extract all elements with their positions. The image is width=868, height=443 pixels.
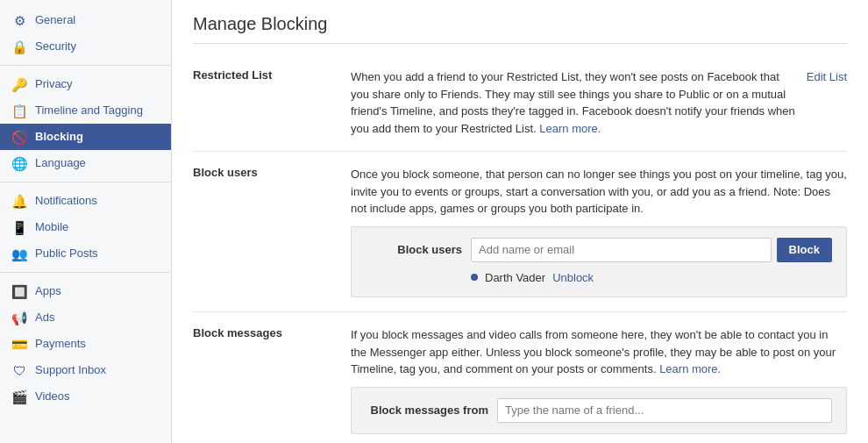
language-icon: 🌐 [11,154,28,172]
sidebar-label-apps: Apps [35,283,61,299]
sidebar-item-videos[interactable]: 🎬Videos [0,383,171,410]
sidebar-label-public-posts: Public Posts [35,246,98,261]
sidebar-item-notifications[interactable]: 🔔Notifications [0,188,171,214]
section-label-restricted-list: Restricted List [193,68,351,137]
section-block-messages: Block messagesIf you block messages and … [193,312,847,443]
section-block-users: Block usersOnce you block someone, that … [193,152,847,312]
notifications-icon: 🔔 [11,192,28,210]
learn-more-link-restricted-list[interactable]: Learn more. [539,122,601,135]
section-text-block-messages: If you block messages and video calls fr… [351,326,847,378]
timeline-tagging-icon: 📋 [11,102,28,119]
sidebar-label-blocking: Blocking [35,129,83,145]
section-header-row-restricted-list: When you add a friend to your Restricted… [351,68,847,137]
section-label-block-messages: Block messages [193,326,351,434]
section-content-block-users: Once you block someone, that person can … [351,166,847,297]
blocked-user-bullet [471,274,478,281]
sidebar-divider-3 [0,272,171,273]
sidebar-label-mobile: Mobile [35,219,68,235]
section-text-restricted-list: When you add a friend to your Restricted… [351,68,796,137]
block-messages-form-row: Block messages from [366,398,832,423]
sidebar-label-language: Language [35,155,86,171]
block-messages-label: Block messages from [366,402,488,419]
sidebar: ⚙General🔒Security🔑Privacy📋Timeline and T… [0,0,172,443]
block-users-form-label: Block users [366,241,462,259]
blocking-icon: 🚫 [11,128,28,146]
sidebar-item-payments[interactable]: 💳Payments [0,331,171,357]
edit-link-restricted-list[interactable]: Edit List [807,68,847,86]
block-users-button[interactable]: Block [777,238,832,262]
sidebar-divider-2 [0,182,171,182]
block-messages-input[interactable] [497,398,832,423]
sidebar-label-general: General [35,12,75,28]
unblock-link[interactable]: Unblock [552,269,594,287]
sidebar-item-apps[interactable]: 🔲Apps [0,278,171,304]
sidebar-item-mobile[interactable]: 📱Mobile [0,214,171,240]
blocked-user-row: Darth VaderUnblock [471,269,832,287]
blocked-user-name: Darth Vader [485,269,545,287]
mobile-icon: 📱 [11,218,28,236]
security-icon: 🔒 [11,38,28,55]
sidebar-label-payments: Payments [35,336,86,352]
block-users-input[interactable] [471,238,772,262]
sidebar-label-notifications: Notifications [35,193,97,209]
block-users-form-row: Block usersBlock [366,238,832,262]
sidebar-item-public-posts[interactable]: 👥Public Posts [0,240,171,267]
learn-more-link-block-messages[interactable]: Learn more. [659,362,721,375]
sidebar-item-privacy[interactable]: 🔑Privacy [0,71,171,97]
sidebar-label-videos: Videos [35,389,70,404]
sidebar-label-ads: Ads [35,310,54,325]
sidebar-label-security: Security [35,39,76,54]
block-users-form: Block usersBlockDarth VaderUnblock [351,226,847,298]
sidebar-label-support-inbox: Support Inbox [35,362,106,378]
general-icon: ⚙ [11,11,28,29]
sidebar-item-general[interactable]: ⚙General [0,7,171,33]
sidebar-label-privacy: Privacy [35,76,73,92]
sidebar-item-blocking[interactable]: 🚫Blocking [0,124,171,150]
page-title: Manage Blocking [193,14,847,44]
section-label-block-users: Block users [193,166,351,297]
payments-icon: 💳 [11,335,28,353]
videos-icon: 🎬 [11,388,28,405]
sidebar-item-ads[interactable]: 📢Ads [0,304,171,331]
public-posts-icon: 👥 [11,245,28,262]
section-content-block-messages: If you block messages and video calls fr… [351,326,847,434]
sidebar-item-support-inbox[interactable]: 🛡Support Inbox [0,357,171,383]
sidebar-divider-1 [0,65,171,66]
sections-container: Restricted ListWhen you add a friend to … [193,54,847,443]
sidebar-item-security[interactable]: 🔒Security [0,33,171,60]
sidebar-item-language[interactable]: 🌐Language [0,150,171,176]
section-restricted-list: Restricted ListWhen you add a friend to … [193,54,847,152]
ads-icon: 📢 [11,309,28,326]
main-content: Manage Blocking Restricted ListWhen you … [172,0,868,443]
support-inbox-icon: 🛡 [11,361,28,379]
block-messages-form: Block messages from [351,387,847,434]
apps-icon: 🔲 [11,282,28,300]
privacy-icon: 🔑 [11,75,28,93]
sidebar-item-timeline-tagging[interactable]: 📋Timeline and Tagging [0,97,171,124]
section-text-block-users: Once you block someone, that person can … [351,166,847,218]
sidebar-label-timeline-tagging: Timeline and Tagging [35,103,143,118]
section-content-restricted-list: When you add a friend to your Restricted… [351,68,847,137]
